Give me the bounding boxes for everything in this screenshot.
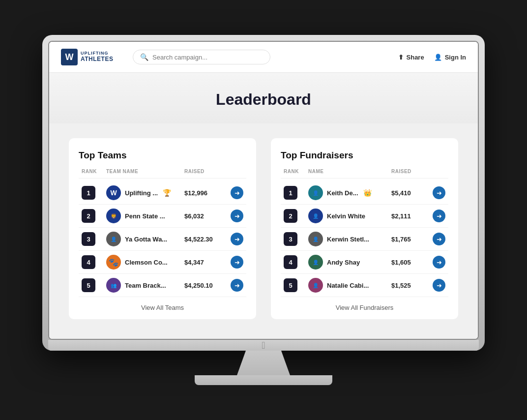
rank-badge: 1 — [284, 186, 297, 200]
fundraiser-avatar: 👤 — [308, 278, 323, 293]
fundraiser-info: 👤 Kelvin White — [308, 209, 391, 223]
team-info: 👤 Ya Gotta Wa... — [106, 232, 184, 246]
arrow-button[interactable]: ➜ — [231, 186, 243, 199]
team-avatar: 🐾 — [106, 255, 121, 270]
team-name: Ya Gotta Wa... — [125, 236, 167, 243]
rank-badge: 5 — [284, 278, 297, 292]
team-name: Penn State ... — [125, 212, 165, 220]
logo-bottom-text: ATHLETES — [81, 56, 113, 62]
fundraiser-avatar: 👤 — [308, 185, 323, 200]
team-name: Clemson Co... — [125, 259, 168, 266]
user-icon: 👤 — [434, 54, 442, 61]
nav-right: ⬆ Share 👤 Sign In — [398, 54, 466, 61]
monitor-stand-neck — [234, 351, 293, 375]
table-row[interactable]: 5 👤 Natalie Cabi... $1,525 ➜ — [281, 274, 448, 297]
logo-icon: W — [61, 49, 78, 65]
team-name: Team Brack... — [125, 282, 166, 289]
fundraiser-info: 👤 Andy Shay — [308, 255, 391, 270]
teams-col-raised: RAISED — [184, 169, 229, 174]
table-row[interactable]: 4 👤 Andy Shay $1,605 ➜ — [281, 251, 448, 274]
table-row[interactable]: 2 👤 Kelvin White $2,111 ➜ — [281, 205, 448, 228]
teams-table-header: RANK TEAM NAME RAISED — [79, 169, 246, 179]
teams-col-rank: RANK — [82, 169, 106, 174]
fundraiser-name: Natalie Cabi... — [327, 282, 369, 289]
team-info: 👥 Team Brack... — [106, 278, 184, 293]
raised-amount: $2,111 — [391, 212, 431, 220]
fundraisers-table-header: RANK NAME RAISED — [281, 169, 448, 179]
content-area: Top Teams RANK TEAM NAME RAISED 1 W — [49, 123, 478, 339]
team-name: Uplifting ... — [125, 189, 158, 197]
fundraiser-info: 👤 Natalie Cabi... — [308, 278, 391, 293]
view-all-teams-link[interactable]: View All Teams — [79, 304, 246, 311]
fundraiser-name: Andy Shay — [327, 259, 360, 266]
top-teams-section: Top Teams RANK TEAM NAME RAISED 1 W — [69, 138, 256, 319]
search-input[interactable] — [152, 54, 263, 61]
monitor-outer: W UPLIFTING ATHLETES 🔍 ⬆ Share — [42, 35, 485, 351]
table-row[interactable]: 1 👤 Keith De... 👑 $5,410 ➜ — [281, 181, 448, 205]
arrow-button[interactable]: ➜ — [433, 279, 445, 292]
raised-amount: $6,032 — [184, 212, 229, 220]
monitor-stand-base — [195, 375, 332, 385]
apple-logo-icon:  — [262, 340, 265, 351]
team-info: 🐾 Clemson Co... — [106, 255, 184, 270]
raised-amount: $5,410 — [391, 189, 431, 197]
teams-col-name: TEAM NAME — [106, 169, 184, 174]
fundraiser-name: Kerwin Stetl... — [327, 236, 369, 243]
rank-badge: 3 — [82, 232, 95, 246]
fundraiser-avatar: 👤 — [308, 232, 323, 246]
fundraisers-col-action — [431, 169, 445, 174]
crown-icon: 👑 — [363, 189, 372, 197]
top-teams-title: Top Teams — [79, 150, 246, 161]
rank-badge: 2 — [82, 209, 95, 223]
raised-amount: $4,347 — [184, 259, 229, 266]
arrow-button[interactable]: ➜ — [433, 256, 445, 269]
fundraiser-avatar: 👤 — [308, 209, 323, 223]
monitor-wrapper: W UPLIFTING ATHLETES 🔍 ⬆ Share — [42, 35, 485, 385]
top-fundraisers-section: Top Fundraisers RANK NAME RAISED 1 👤 — [271, 138, 458, 319]
rank-badge: 2 — [284, 209, 297, 223]
table-row[interactable]: 4 🐾 Clemson Co... $4,347 ➜ — [79, 251, 246, 274]
arrow-button[interactable]: ➜ — [433, 233, 445, 245]
arrow-button[interactable]: ➜ — [231, 233, 243, 245]
table-row[interactable]: 1 W Uplifting ... 🏆 $12,996 ➜ — [79, 181, 246, 205]
arrow-button[interactable]: ➜ — [231, 210, 243, 222]
team-info: W Uplifting ... 🏆 — [106, 185, 184, 200]
share-button[interactable]: ⬆ Share — [398, 54, 424, 61]
navbar: W UPLIFTING ATHLETES 🔍 ⬆ Share — [49, 42, 478, 73]
team-avatar: 👥 — [106, 278, 121, 293]
arrow-button[interactable]: ➜ — [433, 210, 445, 222]
raised-amount: $4,522.30 — [184, 236, 229, 243]
raised-amount: $4,250.10 — [184, 282, 229, 289]
rank-badge: 4 — [82, 255, 95, 269]
table-row[interactable]: 2 🦁 Penn State ... $6,032 ➜ — [79, 205, 246, 228]
raised-amount: $1,605 — [391, 259, 431, 266]
fundraisers-col-raised: RAISED — [391, 169, 431, 174]
rank-badge: 1 — [82, 186, 95, 200]
team-avatar: W — [106, 185, 121, 200]
view-all-fundraisers-link[interactable]: View All Fundraisers — [281, 304, 448, 311]
sign-in-button[interactable]: 👤 Sign In — [434, 54, 466, 61]
arrow-button[interactable]: ➜ — [231, 256, 243, 269]
arrow-button[interactable]: ➜ — [433, 186, 445, 199]
share-icon: ⬆ — [398, 54, 404, 61]
logo-area: W UPLIFTING ATHLETES — [61, 49, 125, 65]
search-icon: 🔍 — [140, 53, 148, 61]
table-row[interactable]: 5 👥 Team Brack... $4,250.10 ➜ — [79, 274, 246, 297]
arrow-button[interactable]: ➜ — [231, 279, 243, 292]
teams-col-action — [229, 169, 243, 174]
table-row[interactable]: 3 👤 Kerwin Stetl... $1,765 ➜ — [281, 228, 448, 251]
trophy-icon: 🏆 — [163, 189, 171, 197]
fundraiser-info: 👤 Kerwin Stetl... — [308, 232, 391, 246]
search-bar[interactable]: 🔍 — [133, 50, 270, 64]
fundraisers-col-name: NAME — [308, 169, 391, 174]
fundraiser-info: 👤 Keith De... 👑 — [308, 185, 391, 200]
hero-section: Leaderboard — [49, 73, 478, 123]
page-title: Leaderboard — [59, 90, 468, 109]
rank-badge: 5 — [82, 278, 95, 292]
table-row[interactable]: 3 👤 Ya Gotta Wa... $4,522.30 ➜ — [79, 228, 246, 251]
rank-badge: 3 — [284, 232, 297, 246]
raised-amount: $1,525 — [391, 282, 431, 289]
team-avatar: 🦁 — [106, 209, 121, 223]
team-avatar: 👤 — [106, 232, 121, 246]
top-fundraisers-title: Top Fundraisers — [281, 150, 448, 161]
